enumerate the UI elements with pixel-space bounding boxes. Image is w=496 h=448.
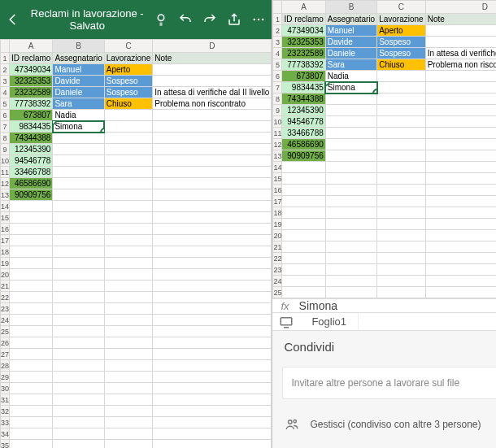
cell[interactable]: [325, 173, 376, 185]
cell[interactable]: 94546778: [10, 155, 53, 167]
cell[interactable]: [425, 150, 496, 162]
select-all-corner[interactable]: [1, 40, 10, 53]
cell[interactable]: [377, 139, 425, 150]
row-header[interactable]: 4: [273, 48, 282, 59]
formula-bar[interactable]: fx Simona ⌃: [272, 298, 496, 313]
cell[interactable]: [377, 241, 425, 253]
cell[interactable]: [425, 219, 496, 230]
cell[interactable]: [153, 406, 272, 417]
row-header[interactable]: 16: [273, 185, 282, 196]
cell[interactable]: [53, 269, 104, 281]
cell[interactable]: [104, 326, 152, 337]
back-icon[interactable]: [5, 11, 21, 28]
cell[interactable]: Davide: [325, 37, 376, 48]
cell[interactable]: [325, 241, 376, 253]
cell[interactable]: Sara: [325, 59, 376, 71]
row-header[interactable]: 14: [273, 162, 282, 173]
cell[interactable]: Aperto: [377, 25, 425, 37]
cell[interactable]: [104, 144, 152, 155]
cell[interactable]: [153, 133, 272, 144]
cell[interactable]: [153, 235, 272, 246]
cell[interactable]: [325, 230, 376, 241]
cell[interactable]: [425, 105, 496, 116]
cell[interactable]: Simona: [53, 121, 104, 133]
cell[interactable]: Sospeso: [377, 48, 425, 59]
cell[interactable]: Davide: [53, 76, 104, 87]
cell[interactable]: 77738392: [10, 98, 53, 110]
row-header[interactable]: 11: [1, 167, 10, 178]
cell[interactable]: [425, 162, 496, 173]
cell[interactable]: Sara: [53, 98, 104, 110]
row-header[interactable]: 15: [273, 173, 282, 185]
cell[interactable]: [10, 394, 53, 406]
cell[interactable]: [425, 37, 496, 48]
row-header[interactable]: 13: [273, 150, 282, 162]
cell[interactable]: [153, 64, 272, 76]
cell[interactable]: [153, 167, 272, 178]
row-header[interactable]: 9: [1, 144, 10, 155]
cell[interactable]: 32325353: [282, 37, 325, 48]
cell[interactable]: [104, 372, 152, 383]
cell[interactable]: [282, 219, 325, 230]
cell[interactable]: [377, 253, 425, 264]
cell[interactable]: 673807: [282, 71, 325, 82]
cell[interactable]: [10, 235, 53, 246]
cell[interactable]: [377, 276, 425, 287]
cell[interactable]: [104, 178, 152, 189]
row-header[interactable]: 16: [1, 224, 10, 235]
cell[interactable]: Manuel: [53, 64, 104, 76]
cell[interactable]: [104, 303, 152, 315]
cell[interactable]: [377, 230, 425, 241]
cell[interactable]: [104, 246, 152, 258]
selection-handle[interactable]: [100, 128, 105, 133]
cell[interactable]: [53, 281, 104, 292]
row-header[interactable]: 20: [273, 230, 282, 241]
cell[interactable]: [153, 121, 272, 133]
cell[interactable]: [53, 303, 104, 315]
formula-value[interactable]: Simona: [299, 299, 337, 312]
cell[interactable]: [153, 349, 272, 360]
cell[interactable]: 46586690: [10, 178, 53, 189]
cell[interactable]: 47349034: [10, 64, 53, 76]
cell[interactable]: [153, 258, 272, 269]
cell[interactable]: [104, 360, 152, 372]
row-header[interactable]: 18: [1, 246, 10, 258]
cell[interactable]: [425, 71, 496, 82]
cell[interactable]: [53, 144, 104, 155]
row-header[interactable]: 34: [1, 428, 10, 440]
cell[interactable]: [153, 360, 272, 372]
cell[interactable]: [53, 258, 104, 269]
cell[interactable]: [104, 258, 152, 269]
row-header[interactable]: 28: [1, 360, 10, 372]
cell[interactable]: [104, 133, 152, 144]
row-header[interactable]: 24: [273, 276, 282, 287]
cell[interactable]: [53, 428, 104, 440]
cell[interactable]: [10, 428, 53, 440]
row-header[interactable]: 25: [273, 287, 282, 298]
row-header[interactable]: 20: [1, 269, 10, 281]
cell[interactable]: 9834435: [10, 121, 53, 133]
cell[interactable]: [282, 241, 325, 253]
invite-input[interactable]: Invitare altre persone a lavorare sul fi…: [282, 367, 496, 399]
cell[interactable]: [104, 167, 152, 178]
cell[interactable]: [153, 246, 272, 258]
cell[interactable]: Daniele: [53, 87, 104, 98]
cell[interactable]: In attesa di verifiche dal II livello: [153, 87, 272, 98]
cell[interactable]: 46586690: [282, 139, 325, 150]
row-header[interactable]: 22: [1, 292, 10, 303]
cell[interactable]: 23232589: [10, 87, 53, 98]
row-header[interactable]: 11: [273, 128, 282, 139]
row-header[interactable]: 21: [1, 281, 10, 292]
cell[interactable]: [325, 185, 376, 196]
cell[interactable]: [104, 440, 152, 449]
cell[interactable]: [153, 201, 272, 212]
cell[interactable]: [425, 116, 496, 128]
cell[interactable]: [10, 372, 53, 383]
cell[interactable]: [53, 292, 104, 303]
select-all-corner[interactable]: [273, 1, 282, 14]
column-header[interactable]: D: [425, 1, 496, 14]
row-header[interactable]: 14: [1, 201, 10, 212]
cell[interactable]: [53, 417, 104, 428]
cell[interactable]: [377, 71, 425, 82]
cell[interactable]: [153, 303, 272, 315]
